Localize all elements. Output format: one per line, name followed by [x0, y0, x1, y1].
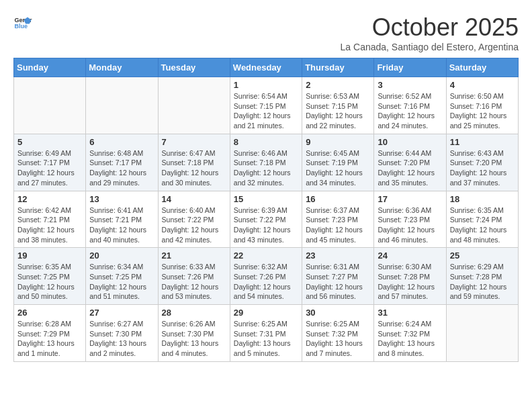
calendar-day-cell: 8Sunrise: 6:46 AMSunset: 7:18 PMDaylight… — [230, 134, 302, 191]
day-info: Sunrise: 6:37 AMSunset: 7:23 PMDaylight:… — [306, 205, 370, 245]
day-number: 27 — [89, 308, 154, 318]
calendar-day-cell: 4Sunrise: 6:50 AMSunset: 7:16 PMDaylight… — [446, 77, 518, 134]
day-info: Sunrise: 6:34 AMSunset: 7:25 PMDaylight:… — [89, 262, 154, 302]
day-number: 7 — [162, 137, 226, 147]
day-number: 26 — [17, 308, 82, 318]
logo: General Blue — [13, 13, 32, 32]
calendar-week-row: 12Sunrise: 6:42 AMSunset: 7:21 PMDayligh… — [14, 191, 519, 248]
calendar-week-row: 5Sunrise: 6:49 AMSunset: 7:17 PMDaylight… — [14, 134, 519, 191]
day-info: Sunrise: 6:24 AMSunset: 7:32 PMDaylight:… — [378, 319, 442, 359]
day-info: Sunrise: 6:49 AMSunset: 7:17 PMDaylight:… — [17, 148, 82, 188]
day-number: 30 — [306, 308, 370, 318]
day-number: 8 — [234, 137, 298, 147]
day-number: 3 — [378, 80, 442, 90]
svg-text:Blue: Blue — [14, 23, 28, 30]
weekday-header: Friday — [374, 58, 446, 77]
day-number: 13 — [89, 194, 154, 204]
calendar-day-cell: 25Sunrise: 6:29 AMSunset: 7:28 PMDayligh… — [446, 248, 518, 305]
day-info: Sunrise: 6:53 AMSunset: 7:15 PMDaylight:… — [306, 91, 370, 131]
calendar-day-cell: 21Sunrise: 6:33 AMSunset: 7:26 PMDayligh… — [158, 248, 230, 305]
day-number: 31 — [378, 308, 442, 318]
calendar-day-cell: 17Sunrise: 6:36 AMSunset: 7:23 PMDayligh… — [374, 191, 446, 248]
calendar-day-cell: 26Sunrise: 6:28 AMSunset: 7:29 PMDayligh… — [14, 305, 86, 362]
calendar-day-cell: 19Sunrise: 6:35 AMSunset: 7:25 PMDayligh… — [14, 248, 86, 305]
day-info: Sunrise: 6:32 AMSunset: 7:26 PMDaylight:… — [234, 262, 298, 302]
day-info: Sunrise: 6:25 AMSunset: 7:32 PMDaylight:… — [306, 319, 370, 359]
calendar-day-cell: 14Sunrise: 6:40 AMSunset: 7:22 PMDayligh… — [158, 191, 230, 248]
day-info: Sunrise: 6:41 AMSunset: 7:21 PMDaylight:… — [89, 205, 154, 245]
weekday-header-row: SundayMondayTuesdayWednesdayThursdayFrid… — [14, 58, 519, 77]
calendar-day-cell: 9Sunrise: 6:45 AMSunset: 7:19 PMDaylight… — [302, 134, 374, 191]
day-info: Sunrise: 6:35 AMSunset: 7:24 PMDaylight:… — [450, 205, 515, 245]
calendar-day-cell — [14, 77, 86, 134]
day-number: 16 — [306, 194, 370, 204]
day-info: Sunrise: 6:28 AMSunset: 7:29 PMDaylight:… — [17, 319, 82, 359]
day-number: 15 — [234, 194, 298, 204]
day-info: Sunrise: 6:46 AMSunset: 7:18 PMDaylight:… — [234, 148, 298, 188]
calendar-day-cell: 13Sunrise: 6:41 AMSunset: 7:21 PMDayligh… — [86, 191, 158, 248]
calendar-week-row: 1Sunrise: 6:54 AMSunset: 7:15 PMDaylight… — [14, 77, 519, 134]
calendar-day-cell: 6Sunrise: 6:48 AMSunset: 7:17 PMDaylight… — [86, 134, 158, 191]
day-info: Sunrise: 6:30 AMSunset: 7:28 PMDaylight:… — [378, 262, 442, 302]
day-number: 1 — [234, 80, 298, 90]
calendar-week-row: 26Sunrise: 6:28 AMSunset: 7:29 PMDayligh… — [14, 305, 519, 362]
day-number: 11 — [450, 137, 515, 147]
calendar-day-cell — [158, 77, 230, 134]
day-info: Sunrise: 6:50 AMSunset: 7:16 PMDaylight:… — [450, 91, 515, 131]
day-number: 17 — [378, 194, 442, 204]
day-info: Sunrise: 6:44 AMSunset: 7:20 PMDaylight:… — [378, 148, 442, 188]
calendar-day-cell: 10Sunrise: 6:44 AMSunset: 7:20 PMDayligh… — [374, 134, 446, 191]
day-number: 9 — [306, 137, 370, 147]
day-number: 10 — [378, 137, 442, 147]
calendar-day-cell: 23Sunrise: 6:31 AMSunset: 7:27 PMDayligh… — [302, 248, 374, 305]
day-number: 6 — [89, 137, 154, 147]
calendar-day-cell: 3Sunrise: 6:52 AMSunset: 7:16 PMDaylight… — [374, 77, 446, 134]
calendar-day-cell: 24Sunrise: 6:30 AMSunset: 7:28 PMDayligh… — [374, 248, 446, 305]
weekday-header: Tuesday — [158, 58, 230, 77]
day-info: Sunrise: 6:47 AMSunset: 7:18 PMDaylight:… — [162, 148, 226, 188]
day-number: 29 — [234, 308, 298, 318]
day-number: 21 — [162, 250, 226, 261]
calendar-day-cell: 29Sunrise: 6:25 AMSunset: 7:31 PMDayligh… — [230, 305, 302, 362]
calendar-day-cell: 30Sunrise: 6:25 AMSunset: 7:32 PMDayligh… — [302, 305, 374, 362]
calendar-week-row: 19Sunrise: 6:35 AMSunset: 7:25 PMDayligh… — [14, 248, 519, 305]
calendar-day-cell: 7Sunrise: 6:47 AMSunset: 7:18 PMDaylight… — [158, 134, 230, 191]
calendar-table: SundayMondayTuesdayWednesdayThursdayFrid… — [13, 58, 519, 362]
day-number: 14 — [162, 194, 226, 204]
day-info: Sunrise: 6:36 AMSunset: 7:23 PMDaylight:… — [378, 205, 442, 245]
day-number: 18 — [450, 194, 515, 204]
day-number: 4 — [450, 80, 515, 90]
calendar-day-cell: 16Sunrise: 6:37 AMSunset: 7:23 PMDayligh… — [302, 191, 374, 248]
day-info: Sunrise: 6:27 AMSunset: 7:30 PMDaylight:… — [89, 319, 154, 359]
day-number: 2 — [306, 80, 370, 90]
day-info: Sunrise: 6:25 AMSunset: 7:31 PMDaylight:… — [234, 319, 298, 359]
calendar-day-cell: 2Sunrise: 6:53 AMSunset: 7:15 PMDaylight… — [302, 77, 374, 134]
day-info: Sunrise: 6:26 AMSunset: 7:30 PMDaylight:… — [162, 319, 226, 359]
month-title: October 2025 — [341, 13, 519, 42]
calendar-day-cell: 12Sunrise: 6:42 AMSunset: 7:21 PMDayligh… — [14, 191, 86, 248]
day-info: Sunrise: 6:48 AMSunset: 7:17 PMDaylight:… — [89, 148, 154, 188]
calendar-day-cell — [86, 77, 158, 134]
page-header: General Blue October 2025 La Canada, San… — [13, 13, 519, 52]
day-info: Sunrise: 6:31 AMSunset: 7:27 PMDaylight:… — [306, 262, 370, 302]
calendar-day-cell: 28Sunrise: 6:26 AMSunset: 7:30 PMDayligh… — [158, 305, 230, 362]
weekday-header: Sunday — [14, 58, 86, 77]
calendar-day-cell: 27Sunrise: 6:27 AMSunset: 7:30 PMDayligh… — [86, 305, 158, 362]
day-info: Sunrise: 6:45 AMSunset: 7:19 PMDaylight:… — [306, 148, 370, 188]
weekday-header: Thursday — [302, 58, 374, 77]
day-info: Sunrise: 6:29 AMSunset: 7:28 PMDaylight:… — [450, 262, 515, 302]
day-info: Sunrise: 6:42 AMSunset: 7:21 PMDaylight:… — [17, 205, 82, 245]
day-info: Sunrise: 6:43 AMSunset: 7:20 PMDaylight:… — [450, 148, 515, 188]
day-number: 20 — [89, 250, 154, 261]
calendar-day-cell: 18Sunrise: 6:35 AMSunset: 7:24 PMDayligh… — [446, 191, 518, 248]
day-number: 24 — [378, 250, 442, 261]
location-subtitle: La Canada, Santiago del Estero, Argentin… — [341, 42, 519, 52]
weekday-header: Wednesday — [230, 58, 302, 77]
day-number: 12 — [17, 194, 82, 204]
day-info: Sunrise: 6:39 AMSunset: 7:22 PMDaylight:… — [234, 205, 298, 245]
calendar-day-cell: 11Sunrise: 6:43 AMSunset: 7:20 PMDayligh… — [446, 134, 518, 191]
logo-icon: General Blue — [13, 13, 32, 32]
calendar-day-cell: 31Sunrise: 6:24 AMSunset: 7:32 PMDayligh… — [374, 305, 446, 362]
calendar-day-cell: 5Sunrise: 6:49 AMSunset: 7:17 PMDaylight… — [14, 134, 86, 191]
calendar-day-cell: 15Sunrise: 6:39 AMSunset: 7:22 PMDayligh… — [230, 191, 302, 248]
